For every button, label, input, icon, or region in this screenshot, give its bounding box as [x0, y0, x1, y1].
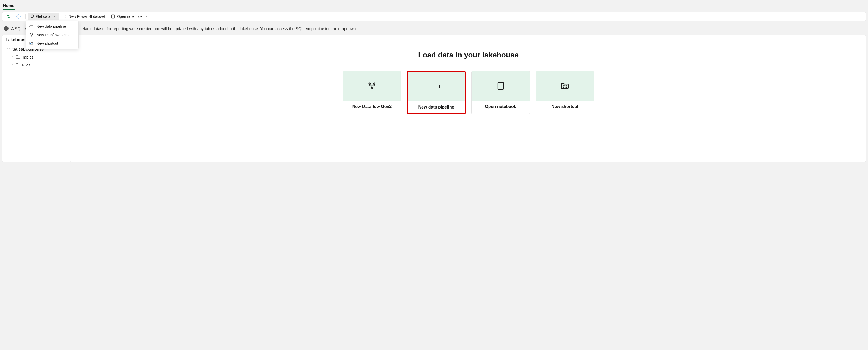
svg-point-1 — [31, 14, 34, 16]
shortcut-icon — [560, 81, 569, 90]
dataflow-icon — [29, 32, 34, 37]
chevron-down-icon — [6, 47, 11, 51]
info-bar: i A SQL e efault dataset for reporting w… — [2, 24, 866, 33]
tree-node-files[interactable]: Files — [2, 61, 71, 69]
get-data-button[interactable]: Get data — [28, 13, 59, 20]
get-data-menu: New data pipeline New Dataflow Gen2 New … — [26, 21, 79, 49]
svg-rect-7 — [112, 14, 115, 18]
toolbar: Get data New Power BI dataset Open noteb… — [2, 12, 866, 21]
database-import-icon — [30, 14, 35, 19]
toolbar-separator — [153, 13, 153, 20]
card-label: New shortcut — [536, 100, 594, 113]
info-text-right: efault dataset for reporting were create… — [82, 26, 357, 31]
dataset-icon — [62, 14, 67, 19]
chevron-down-icon — [52, 14, 57, 19]
notebook-icon — [111, 14, 115, 19]
pipeline-icon — [432, 82, 441, 91]
toolbar-separator — [25, 13, 26, 20]
refresh-icon — [6, 14, 11, 19]
svg-point-4 — [65, 16, 65, 16]
canvas-hero-title: Load data in your lakehouse — [76, 51, 860, 59]
card-thumb — [343, 71, 401, 100]
folder-icon — [16, 55, 21, 59]
card-label: New Dataflow Gen2 — [343, 100, 401, 113]
menu-item-label: New Dataflow Gen2 — [36, 33, 70, 37]
gear-icon — [16, 14, 21, 19]
main-canvas: Load data in your lakehouse New Dataflow… — [71, 35, 866, 162]
chevron-down-icon — [9, 62, 14, 67]
svg-rect-15 — [433, 85, 440, 88]
tree-node-label: Files — [22, 63, 31, 67]
load-data-cards: New Dataflow Gen2 New data pipeline Open… — [76, 71, 860, 114]
tree-node-label: Tables — [22, 55, 33, 59]
card-open-notebook[interactable]: Open notebook — [471, 71, 530, 114]
svg-rect-16 — [498, 83, 503, 89]
menu-item-label: New shortcut — [36, 41, 58, 46]
menu-item-label: New data pipeline — [36, 24, 66, 28]
svg-point-9 — [30, 33, 31, 34]
get-data-label: Get data — [36, 14, 51, 19]
tree-node-tables[interactable]: Tables — [2, 53, 71, 61]
card-thumb — [472, 71, 530, 100]
refresh-button[interactable] — [4, 13, 13, 20]
menu-item-new-dataflow-gen2[interactable]: New Dataflow Gen2 — [26, 31, 79, 39]
menu-item-new-shortcut[interactable]: New shortcut — [26, 39, 79, 48]
svg-rect-8 — [30, 26, 33, 27]
svg-rect-2 — [63, 15, 66, 18]
card-label: New data pipeline — [408, 101, 465, 113]
card-new-shortcut[interactable]: New shortcut — [536, 71, 594, 114]
tab-strip: Home — [0, 0, 868, 10]
card-thumb — [408, 72, 465, 101]
chevron-down-icon — [9, 55, 14, 59]
info-text-left: A SQL e — [11, 26, 26, 31]
svg-point-14 — [371, 88, 373, 89]
card-new-dataflow-gen2[interactable]: New Dataflow Gen2 — [343, 71, 401, 114]
svg-point-10 — [32, 33, 33, 34]
card-label: Open notebook — [472, 100, 530, 113]
settings-button[interactable] — [14, 13, 23, 20]
open-notebook-button[interactable]: Open notebook — [108, 13, 151, 20]
svg-point-5 — [64, 17, 64, 18]
new-powerbi-dataset-label: New Power BI dataset — [69, 14, 105, 19]
notebook-icon — [496, 81, 505, 90]
menu-item-new-data-pipeline[interactable]: New data pipeline — [26, 22, 79, 31]
folder-icon — [16, 62, 21, 67]
tab-home[interactable]: Home — [3, 2, 15, 10]
shortcut-icon — [29, 41, 34, 46]
open-notebook-label: Open notebook — [117, 14, 143, 19]
lakehouse-explorer: Lakehous SalesLakehouse Tables Files — [2, 35, 71, 162]
new-powerbi-dataset-button[interactable]: New Power BI dataset — [60, 13, 108, 20]
svg-point-13 — [374, 83, 375, 85]
pipeline-icon — [29, 24, 34, 29]
svg-point-12 — [369, 83, 371, 85]
dataflow-icon — [367, 81, 376, 90]
chevron-down-icon — [144, 14, 149, 19]
info-icon: i — [4, 26, 8, 31]
card-new-data-pipeline[interactable]: New data pipeline — [407, 71, 465, 114]
svg-point-3 — [64, 16, 64, 16]
card-thumb — [536, 71, 594, 100]
svg-point-0 — [18, 16, 20, 17]
svg-point-6 — [65, 17, 65, 18]
svg-point-11 — [31, 36, 32, 36]
